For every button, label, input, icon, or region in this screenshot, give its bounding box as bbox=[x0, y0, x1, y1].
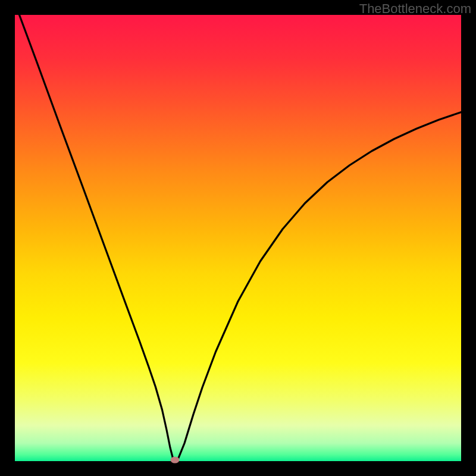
optimal-point-marker bbox=[170, 456, 179, 463]
svg-rect-0 bbox=[15, 15, 461, 461]
chart-background bbox=[15, 15, 461, 461]
watermark-text: TheBottleneck.com bbox=[359, 1, 471, 17]
